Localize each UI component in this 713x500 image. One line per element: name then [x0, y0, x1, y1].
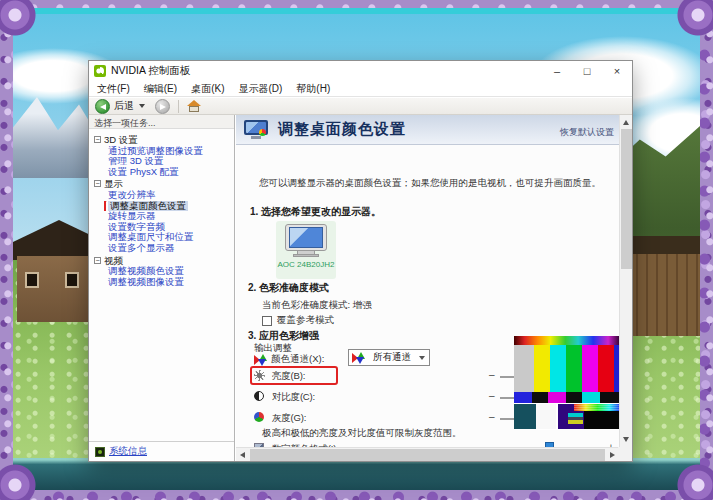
system-info-icon — [95, 447, 105, 457]
lake-water — [13, 458, 700, 490]
step3-heading: 3. 应用色彩增强 — [248, 329, 319, 343]
task-tree: −3D 设置 通过预览调整图像设置 管理 3D 设置 设置 PhysX 配置 −… — [89, 129, 234, 287]
monitor-base — [293, 254, 319, 257]
monitor-select-item[interactable]: AOC 24B20JH2 — [276, 221, 336, 279]
tree-expander-icon[interactable]: − — [94, 136, 101, 143]
scroll-left-icon[interactable] — [240, 452, 245, 458]
back-dropdown-caret-icon[interactable] — [139, 104, 145, 108]
monitor-icon — [285, 224, 327, 257]
color-bars — [514, 345, 621, 392]
horizontal-scrollbar[interactable] — [236, 447, 632, 461]
cabin-window — [65, 272, 79, 288]
display-color-icon — [244, 120, 270, 140]
horizontal-scroll-thumb[interactable] — [250, 449, 605, 461]
home-icon[interactable] — [187, 100, 201, 112]
all-channels-icon — [352, 352, 364, 363]
menu-desktop[interactable]: 桌面(K) — [191, 82, 224, 96]
tree-group-video: 视频 — [104, 256, 123, 266]
menu-help[interactable]: 帮助(H) — [296, 82, 330, 96]
brightness-label: 亮度(B): — [272, 370, 305, 383]
screenshot-root: { "ui": { "minus": "–", "plus": "+", "ex… — [0, 0, 713, 500]
current-mode-text: 当前色彩准确度模式: 增强 — [262, 299, 372, 312]
forward-arrow-icon — [160, 104, 166, 110]
sidebar-item-physx-config[interactable]: 设置 PhysX 配置 — [108, 167, 179, 177]
sidebar-item-adjust-desktop-color[interactable]: 调整桌面颜色设置 — [108, 201, 188, 211]
tree-group-display: 显示 — [104, 179, 123, 189]
tree-expander-icon[interactable]: − — [94, 180, 101, 187]
sidebar-header: 选择一项任务... — [89, 115, 234, 129]
content-pane: 调整桌面颜色设置 恢复默认设置 您可以调整显示器的桌面颜色设置；如果您使用的是电… — [236, 115, 632, 461]
maximize-button[interactable]: □ — [572, 61, 602, 81]
scroll-area: 您可以调整显示器的桌面颜色设置；如果您使用的是电视机，也可提升画面质量。 1. … — [236, 145, 619, 447]
home-body — [189, 106, 199, 112]
back-arrow-icon — [100, 104, 106, 110]
sidebar-item-adjust-video-color[interactable]: 调整视频颜色设置 — [108, 266, 184, 276]
sidebar-item-adjust-image-preview[interactable]: 通过预览调整图像设置 — [108, 146, 203, 156]
contrast-icon — [254, 391, 264, 401]
frame-corner-ornament — [675, 462, 713, 500]
menu-display[interactable]: 显示器(D) — [238, 82, 282, 96]
wooden-barn — [628, 236, 700, 336]
color-channel-label: 颜色通道(X): — [271, 353, 324, 366]
window-title: NVIDIA 控制面板 — [111, 64, 190, 78]
color-channel-row: 颜色通道(X): — [254, 353, 324, 366]
sidebar-item-rotate-display[interactable]: 旋转显示器 — [108, 211, 156, 221]
color-channel-dropdown[interactable]: 所有通道 — [348, 349, 430, 366]
intro-text: 您可以调整显示器的桌面颜色设置；如果您使用的是电视机，也可提升画面质量。 — [259, 177, 601, 190]
sidebar-footer: 系统信息 — [89, 441, 234, 461]
gamma-icon — [254, 412, 264, 422]
frame-corner-ornament — [0, 0, 38, 38]
override-reference-row: 覆盖参考模式 — [262, 314, 334, 327]
scroll-right-icon[interactable] — [610, 452, 615, 458]
sidebar-item-multiple-displays[interactable]: 设置多个显示器 — [108, 243, 175, 253]
scrollbar-corner — [618, 447, 632, 461]
back-button-label[interactable]: 后退 — [114, 99, 134, 113]
minimize-button[interactable]: – — [542, 61, 572, 81]
contrast-label: 对比度(C): — [272, 391, 315, 404]
sidebar-item-adjust-video-image[interactable]: 调整视频图像设置 — [108, 277, 184, 287]
forward-button[interactable] — [155, 99, 170, 114]
slider-minus: – — [489, 390, 495, 401]
vertical-scroll-thumb[interactable] — [621, 129, 632, 269]
title-bar[interactable]: NVIDIA 控制面板 – □ × — [89, 61, 632, 81]
system-info-link[interactable]: 系统信息 — [109, 445, 147, 458]
restore-defaults-link[interactable]: 恢复默认设置 — [560, 126, 614, 139]
frame-corner-ornament — [675, 0, 713, 38]
vertical-scrollbar[interactable] — [619, 115, 632, 447]
sidebar-item-desktop-size-position[interactable]: 调整桌面尺寸和位置 — [108, 232, 194, 242]
rainbow-gradient-strip — [514, 336, 621, 345]
tree-expander-icon[interactable]: − — [94, 257, 101, 264]
chevron-down-icon — [419, 356, 425, 360]
back-button[interactable] — [95, 99, 110, 114]
brightness-icon — [254, 370, 265, 381]
step2-heading: 2. 色彩准确度模式 — [248, 281, 329, 295]
menu-file[interactable]: 文件(F) — [97, 82, 130, 96]
toolbar-separator — [178, 100, 179, 113]
override-reference-checkbox[interactable] — [262, 316, 272, 326]
override-reference-label: 覆盖参考模式 — [277, 314, 334, 327]
range-note-text: 极高和极低的亮度及对比度值可限制灰度范围。 — [262, 427, 462, 440]
scroll-up-icon[interactable] — [623, 120, 629, 125]
reverse-color-strip — [514, 392, 621, 403]
sidebar-item-digital-audio[interactable]: 设置数字音频 — [108, 222, 165, 232]
sidebar-item-manage-3d-settings[interactable]: 管理 3D 设置 — [108, 156, 163, 166]
wallpaper-cyan-strip — [13, 8, 700, 14]
nvidia-logo-icon — [94, 65, 106, 77]
menu-bar: 文件(F) 编辑(E) 桌面(K) 显示器(D) 帮助(H) — [89, 81, 632, 97]
gamma-label: 灰度(G): — [272, 412, 306, 425]
frame-corner-ornament — [0, 462, 38, 500]
cabin-window — [25, 272, 39, 288]
slider-minus: – — [489, 411, 495, 422]
step1-heading: 1. 选择您希望更改的显示器。 — [250, 205, 381, 219]
task-sidebar: 选择一项任务... −3D 设置 通过预览调整图像设置 管理 3D 设置 设置 … — [89, 115, 235, 461]
icon-base — [251, 136, 261, 139]
menu-edit[interactable]: 编辑(E) — [144, 82, 177, 96]
color-channel-value: 所有通道 — [373, 351, 411, 364]
tree-group-3d-settings: 3D 设置 — [104, 135, 138, 145]
slider-minus: – — [489, 369, 495, 380]
nvidia-control-panel-window: NVIDIA 控制面板 – □ × 文件(F) 编辑(E) 桌面(K) 显示器(… — [88, 60, 633, 462]
page-header: 调整桌面颜色设置 恢复默认设置 — [236, 115, 632, 145]
sidebar-item-change-resolution[interactable]: 更改分辨率 — [108, 190, 156, 200]
scroll-down-icon[interactable] — [623, 437, 629, 442]
close-button[interactable]: × — [602, 61, 632, 81]
